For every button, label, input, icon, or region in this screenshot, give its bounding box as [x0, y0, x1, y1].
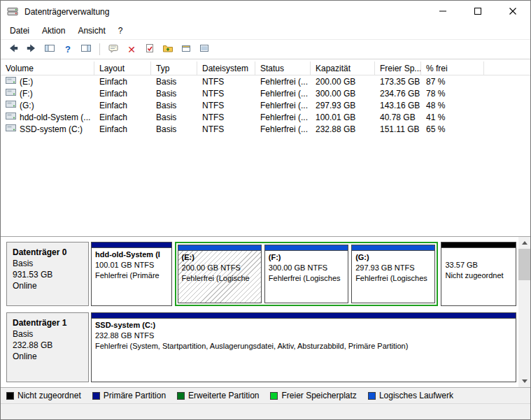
close-button[interactable] — [495, 1, 530, 22]
column-header-dateisystem[interactable]: Dateisystem — [197, 61, 255, 75]
selection-hatch: (E:) 200.00 GB NTFS Fehlerfrei (Logische — [178, 251, 261, 303]
column-header-typ[interactable]: Typ — [151, 61, 197, 75]
scrollbar-thumb[interactable] — [518, 249, 530, 280]
console-tree-button[interactable] — [41, 41, 58, 57]
menu-ansicht[interactable]: Ansicht — [71, 23, 111, 38]
details-view-button[interactable] — [196, 41, 213, 57]
table-cell: hdd-old-System (... — [1, 111, 94, 123]
column-header-layout[interactable]: Layout — [94, 61, 151, 75]
volume-row-ssd-system-c[interactable]: SSD-system (C:) Einfach Basis NTFS Fehle… — [1, 123, 530, 135]
partition-g[interactable]: (G:) 297.93 GB NTFS Fehlerfrei (Logische… — [351, 245, 435, 303]
partition-e-selected[interactable]: (E:) 200.00 GB NTFS Fehlerfrei (Logische — [178, 245, 262, 303]
disk-size: 232.88 GB — [13, 340, 88, 351]
volume-row-hdd-old-system[interactable]: hdd-old-System (... Einfach Basis NTFS F… — [1, 111, 530, 123]
delete-volume-icon: ✕ — [127, 44, 136, 55]
toolbar-separator — [99, 43, 100, 55]
menu-aktion[interactable]: Aktion — [36, 23, 71, 38]
partition-size: 232.88 GB NTFS — [95, 331, 516, 341]
column-header-volume[interactable]: Volume — [1, 61, 94, 75]
help-button[interactable]: ? — [59, 41, 76, 57]
table-cell: 48 % — [421, 99, 484, 111]
partition-unallocated[interactable]: 33.57 GB Nicht zugeordnet — [441, 242, 516, 306]
scroll-up-button[interactable] — [518, 237, 530, 249]
details-view-icon — [199, 43, 210, 56]
delete-volume-button[interactable]: ✕ — [123, 41, 140, 57]
properties-button[interactable] — [105, 41, 122, 57]
scroll-up-icon — [522, 241, 528, 245]
column-header-status[interactable]: Status — [255, 61, 311, 75]
column-header-prozent-frei[interactable]: % frei — [421, 61, 484, 75]
disk-status: Online — [13, 280, 88, 291]
disk-management-window: Datenträgerverwaltung Datei Aktion Ansic… — [0, 0, 531, 420]
vertical-scrollbar[interactable] — [518, 237, 530, 387]
forward-icon — [26, 43, 37, 56]
primary-partition-band — [92, 313, 516, 319]
disk-1-partitions: SSD-system (C:) 232.88 GB NTFS Fehlerfre… — [91, 312, 516, 382]
partition-hdd-old-system[interactable]: hdd-old-System (I 100.01 GB NTFS Fehlerf… — [91, 242, 172, 306]
check-document-icon — [144, 43, 155, 56]
validate-button[interactable] — [141, 41, 158, 57]
table-cell: Einfach — [94, 75, 151, 87]
partition-f[interactable]: (F:) 300.00 GB NTFS Fehlerfrei (Logische… — [264, 245, 348, 303]
disk-1-header[interactable]: Datenträger 1 Basis 232.88 GB Online — [6, 312, 89, 382]
column-header-kapazitaet[interactable]: Kapazität — [311, 61, 375, 75]
scroll-down-button[interactable] — [518, 375, 530, 387]
legend-item-extended-partition: Erweiterte Partition — [177, 391, 259, 400]
volume-row-e[interactable]: (E:) Einfach Basis NTFS Fehlerfrei (... … — [1, 75, 530, 87]
volume-row-g[interactable]: (G:) Einfach Basis NTFS Fehlerfrei (... … — [1, 99, 530, 111]
disk-name: Datenträger 1 — [13, 317, 88, 328]
back-button[interactable] — [5, 41, 22, 57]
table-cell: 232.88 GB — [311, 123, 375, 135]
table-cell: Basis — [151, 99, 197, 111]
scrollbar-track[interactable] — [518, 249, 530, 375]
disk-1-row: Datenträger 1 Basis 232.88 GB Online SSD… — [6, 312, 516, 382]
legend-label: Erweiterte Partition — [188, 391, 259, 400]
disk-0-header[interactable]: Datenträger 0 Basis 931.53 GB Online — [6, 242, 89, 306]
legend-swatch-primary — [92, 392, 100, 400]
action-pane-button[interactable] — [78, 41, 94, 57]
minimize-button[interactable] — [425, 1, 460, 22]
legend-item-free-space: Freier Speicherplatz — [270, 391, 356, 400]
forward-button[interactable] — [23, 41, 40, 57]
table-cell: 300.00 GB — [311, 87, 375, 99]
table-cell: 200.00 GB — [311, 75, 375, 87]
back-icon — [8, 43, 19, 56]
open-folder-button[interactable] — [160, 41, 176, 57]
table-cell: 297.93 GB — [311, 99, 375, 111]
table-cell: (F:) — [1, 87, 94, 99]
volume-list: Volume Layout Typ Dateisystem Status Kap… — [1, 59, 530, 236]
legend-label: Freier Speicherplatz — [281, 391, 356, 400]
disk-type: Basis — [13, 258, 88, 269]
logical-drive-band — [352, 245, 434, 251]
disk-management-app-icon — [7, 6, 20, 17]
column-header-freier-speicherplatz[interactable]: Freier Sp... — [375, 61, 421, 75]
partition-ssd-system-c[interactable]: SSD-system (C:) 232.88 GB NTFS Fehlerfre… — [91, 312, 516, 382]
menu-datei[interactable]: Datei — [3, 23, 36, 38]
partition-label: SSD-system (C:) — [95, 320, 516, 331]
volume-icon — [6, 124, 16, 134]
menu-hilfe[interactable]: ? — [112, 23, 129, 38]
disk-type: Basis — [13, 328, 88, 340]
menubar: Datei Aktion Ansicht ? — [1, 22, 530, 39]
disk-name: Datenträger 0 — [13, 247, 88, 258]
partition-label: (F:) — [269, 252, 348, 263]
volume-row-f[interactable]: (F:) Einfach Basis NTFS Fehlerfrei (... … — [1, 87, 530, 99]
console-tree-icon — [44, 43, 55, 56]
partition-size: 33.57 GB — [445, 260, 516, 270]
close-icon — [509, 7, 516, 17]
legend-swatch-logical — [368, 392, 376, 400]
partition-label — [445, 249, 516, 260]
new-window-button[interactable] — [178, 41, 194, 57]
table-cell: 78 % — [421, 87, 484, 99]
status-bar — [1, 403, 530, 419]
new-window-icon — [180, 43, 192, 56]
table-cell: Fehlerfrei (... — [255, 87, 311, 99]
maximize-button[interactable] — [460, 1, 495, 22]
logical-drive-band — [265, 245, 348, 251]
table-cell: 65 % — [421, 123, 484, 135]
table-cell: NTFS — [197, 99, 255, 111]
action-pane-icon — [80, 43, 92, 56]
window-title: Datenträgerverwaltung — [24, 7, 109, 17]
help-icon: ? — [65, 44, 71, 55]
partition-size: 100.01 GB NTFS — [95, 260, 171, 270]
